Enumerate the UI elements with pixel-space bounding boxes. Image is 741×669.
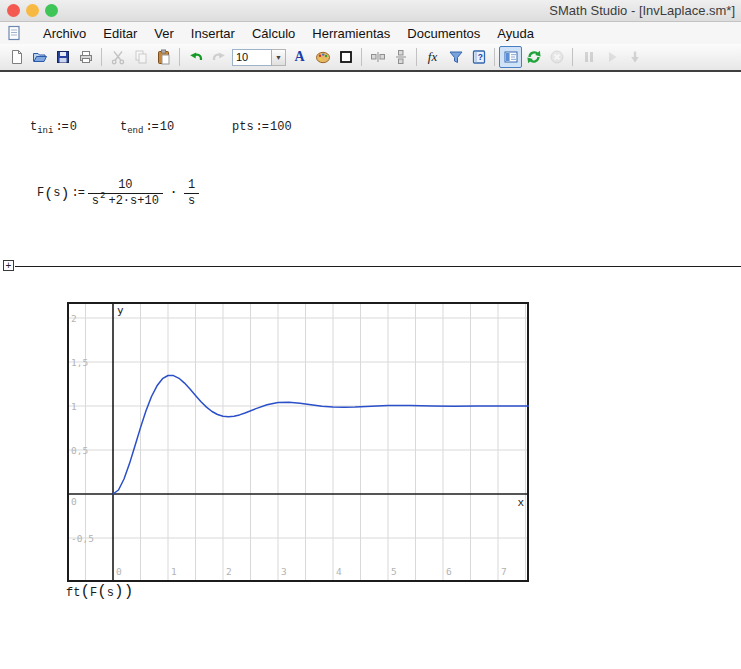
interrupt-button[interactable] <box>545 46 568 68</box>
numerator: 1 <box>184 179 199 192</box>
font-size-dropdown-arrow[interactable]: ▼ <box>272 49 286 66</box>
paren-open: ( <box>44 188 53 201</box>
svg-text:6: 6 <box>446 566 452 577</box>
menu-ver[interactable]: Ver <box>154 26 174 41</box>
svg-text:2: 2 <box>71 313 77 324</box>
close-button[interactable] <box>7 4 20 17</box>
svg-text:1,5: 1,5 <box>71 357 88 368</box>
svg-text:2: 2 <box>226 566 232 577</box>
toolbar-separator <box>361 48 362 66</box>
font-button[interactable]: A <box>288 46 311 68</box>
new-button[interactable] <box>5 46 28 68</box>
plot-canvas: 21,510,50-0,501234567yx <box>67 302 529 582</box>
pause-button[interactable] <box>577 46 600 68</box>
den-rest: +2·s+10 <box>108 195 158 208</box>
align-vertical-button[interactable] <box>389 46 412 68</box>
math-var: t <box>120 120 127 134</box>
worksheet[interactable]: tini:=0 tend:=10 pts:=100 F(s):= 10 s2+2… <box>0 72 741 669</box>
menu-editar[interactable]: Editar <box>103 26 137 41</box>
den-base: s <box>92 195 99 208</box>
paren-open: ( <box>97 583 107 601</box>
svg-text:0: 0 <box>71 496 77 507</box>
toolbar-separator <box>494 48 495 66</box>
svg-text:1: 1 <box>71 401 77 412</box>
minimize-button[interactable] <box>26 4 39 17</box>
denominator: s2+2·s+10 <box>88 195 163 208</box>
recalculate-button[interactable] <box>522 46 545 68</box>
fx-icon: fx <box>428 49 437 65</box>
function-name: F <box>37 187 44 200</box>
definition-t-ini[interactable]: tini:=0 <box>30 120 77 135</box>
assign-operator: := <box>145 120 157 134</box>
font-letter-icon: A <box>294 49 304 65</box>
menu-insertar[interactable]: Insertar <box>191 26 235 41</box>
assign-operator: := <box>55 120 67 134</box>
palette-icon <box>315 49 331 65</box>
copy-button[interactable] <box>129 46 152 68</box>
align-horizontal-button[interactable] <box>366 46 389 68</box>
menu-calculo[interactable]: Cálculo <box>252 26 295 41</box>
paste-button[interactable] <box>152 46 175 68</box>
plot-filter-button[interactable] <box>444 46 467 68</box>
document-icon[interactable] <box>6 25 22 41</box>
open-folder-icon <box>32 49 48 65</box>
caption-inner-fn: F <box>90 586 97 600</box>
new-document-icon <box>9 49 25 65</box>
title-bar: SMath Studio - [InvLaplace.sm*] <box>0 0 741 22</box>
svg-text:x: x <box>517 496 524 509</box>
color-palette-button[interactable] <box>311 46 334 68</box>
save-floppy-icon <box>55 49 71 65</box>
align-horizontal-icon <box>370 49 386 65</box>
response-plot[interactable]: 21,510,50-0,501234567yx <box>67 302 529 582</box>
fraction-one-over-s: 1 s <box>184 179 199 208</box>
pause-icon <box>581 49 597 65</box>
paren-open: ( <box>80 583 90 601</box>
debug-run-button[interactable] <box>600 46 623 68</box>
save-button[interactable] <box>51 46 74 68</box>
copy-icon <box>133 49 149 65</box>
border-button[interactable] <box>334 46 357 68</box>
menu-archivo[interactable]: Archivo <box>43 26 86 41</box>
area-separator-line <box>15 266 741 267</box>
svg-text:5: 5 <box>391 566 397 577</box>
step-down-arrow-icon <box>627 49 643 65</box>
help-question-glyph: ? <box>477 52 482 62</box>
math-value: 0 <box>70 120 77 134</box>
paren-close: ) <box>114 583 124 601</box>
toolbar-separator <box>179 48 180 66</box>
print-button[interactable] <box>74 46 97 68</box>
font-size-input[interactable]: 10 <box>232 49 272 66</box>
math-var: t <box>30 120 37 134</box>
menu-documentos[interactable]: Documentos <box>407 26 480 41</box>
definition-pts[interactable]: pts:=100 <box>232 120 292 134</box>
refresh-icon <box>526 49 542 65</box>
plot-caption[interactable]: ft(F(s)) <box>66 584 133 602</box>
menu-herramientas[interactable]: Herramientas <box>312 26 390 41</box>
reference-book-button[interactable]: ? <box>467 46 490 68</box>
funnel-filter-icon <box>448 49 464 65</box>
toolbar: 10 ▼ A <box>0 44 741 72</box>
zoom-button[interactable] <box>45 4 58 17</box>
svg-text:-0,5: -0,5 <box>71 533 94 544</box>
open-button[interactable] <box>28 46 51 68</box>
math-value: 10 <box>160 120 174 134</box>
caption-fn: ft <box>66 586 80 600</box>
redo-arrow-icon <box>211 49 227 65</box>
side-panel-toggle-button[interactable] <box>499 46 522 68</box>
toolbar-separator <box>416 48 417 66</box>
definition-t-end[interactable]: tend:=10 <box>120 120 174 135</box>
cut-button[interactable] <box>106 46 129 68</box>
math-var: pts <box>232 120 254 134</box>
den-exponent: 2 <box>100 190 105 203</box>
stop-circle-icon <box>549 49 565 65</box>
function-button[interactable]: fx <box>421 46 444 68</box>
redo-button[interactable] <box>207 46 230 68</box>
menu-bar: Archivo Editar Ver Insertar Cálculo Herr… <box>0 22 741 44</box>
definition-F-of-s[interactable]: F(s):= 10 s2+2·s+10 · 1 s <box>37 179 201 208</box>
area-expand-toggle[interactable]: + <box>3 260 14 271</box>
menu-ayuda[interactable]: Ayuda <box>497 26 534 41</box>
undo-button[interactable] <box>184 46 207 68</box>
function-arg: s <box>53 187 60 200</box>
toolbar-separator <box>101 48 102 66</box>
debug-step-button[interactable] <box>623 46 646 68</box>
